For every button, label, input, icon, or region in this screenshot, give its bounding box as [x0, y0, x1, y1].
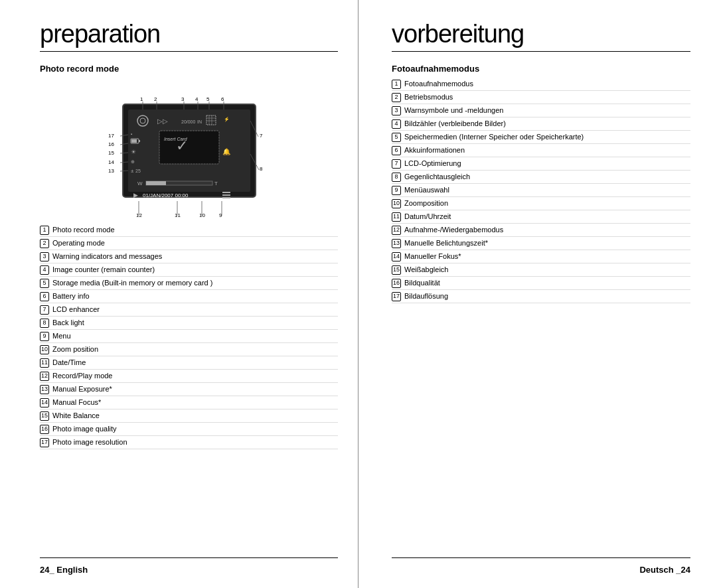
svg-text:2: 2 — [154, 96, 157, 102]
item-number: 14 — [40, 398, 49, 407]
item-text: LCD-Optimierung — [404, 159, 690, 168]
list-item: 10Zoom position — [40, 343, 338, 356]
list-item: 1Fotoaufnahmemodus — [392, 78, 690, 91]
item-number: 9 — [40, 332, 49, 341]
item-number: 17 — [392, 292, 401, 301]
item-number: 12 — [392, 226, 401, 235]
item-number: 11 — [392, 212, 401, 222]
svg-text:1: 1 — [140, 96, 143, 102]
item-number: 6 — [40, 292, 49, 301]
item-number: 2 — [392, 93, 401, 102]
item-text: Bildqualität — [404, 278, 690, 287]
camera-diagram: ▷▷ 20/000 IN ⚡ ✓ — [40, 84, 338, 224]
item-number: 7 — [392, 159, 401, 169]
item-text: Warnsymbole und -meldungen — [404, 106, 690, 115]
right-title: vorbereitung — [392, 20, 690, 52]
list-item: 13Manuelle Belichtungszeit* — [392, 237, 690, 250]
svg-rect-29 — [222, 192, 230, 193]
item-text: Datum/Uhrzeit — [404, 212, 690, 221]
svg-text:☀: ☀ — [131, 149, 136, 155]
svg-rect-13 — [159, 131, 219, 164]
item-text: Operating mode — [52, 238, 338, 248]
list-item: 8Back light — [40, 317, 338, 330]
item-number: 16 — [392, 279, 401, 288]
camera-diagram-svg: ▷▷ 20/000 IN ⚡ ✓ — [83, 84, 295, 224]
item-number: 14 — [392, 252, 401, 261]
svg-text:⊕: ⊕ — [131, 159, 135, 164]
item-number: 1 — [40, 226, 49, 235]
item-text: Manuelle Belichtungszeit* — [404, 238, 690, 248]
item-number: 3 — [40, 252, 49, 261]
right-footer: Deutsch _24 — [392, 557, 690, 575]
svg-text:▷▷: ▷▷ — [157, 117, 168, 125]
item-text: Aufnahme-/Wiedergabemodus — [404, 225, 690, 234]
item-text: Record/Play mode — [52, 371, 338, 380]
svg-text:8: 8 — [260, 166, 263, 172]
item-number: 11 — [40, 358, 49, 368]
svg-text:4: 4 — [195, 96, 199, 102]
item-text: Manual Exposure* — [52, 384, 338, 394]
item-text: Photo record mode — [52, 225, 338, 234]
list-item: 5Speichermedien (Interner Speicher oder … — [392, 131, 690, 144]
item-number: 1 — [392, 80, 401, 89]
item-text: Manual Focus* — [52, 398, 338, 407]
svg-text:25: 25 — [135, 169, 141, 173]
svg-text:IN: IN — [197, 119, 202, 124]
svg-text:10: 10 — [199, 212, 205, 218]
item-number: 12 — [40, 372, 49, 381]
item-text: Bildauflösung — [404, 291, 690, 301]
item-text: Akkuinformationen — [404, 145, 690, 155]
list-item: 15White Balance — [40, 409, 338, 423]
svg-text:W: W — [137, 181, 143, 186]
left-column: preparation Photo record mode ▷▷ — [0, 0, 358, 588]
list-item: 4Bildzähler (verbleibende Bilder) — [392, 117, 690, 131]
svg-text:14: 14 — [108, 159, 114, 165]
item-number: 13 — [392, 239, 401, 248]
svg-text:11: 11 — [175, 212, 181, 218]
left-items-list: 1Photo record mode2Operating mode3Warnin… — [40, 224, 338, 449]
list-item: 9Menüauswahl — [392, 184, 690, 197]
item-number: 10 — [40, 345, 49, 354]
list-item: 16Bildqualität — [392, 277, 690, 290]
insert-card-label: Insert Card — [164, 137, 188, 141]
item-text: Manueller Fokus* — [404, 252, 690, 261]
svg-rect-26 — [146, 181, 166, 185]
item-number: 4 — [40, 265, 49, 275]
list-item: 8Gegenlichtausgleich — [392, 171, 690, 184]
svg-text:▶: ▶ — [133, 192, 138, 198]
item-text: Menüauswahl — [404, 185, 690, 194]
item-text: Warning indicators and messages — [52, 252, 338, 261]
svg-text:▪️: ▪️ — [131, 132, 132, 136]
item-text: Image counter (remain counter) — [52, 265, 338, 274]
list-item: 9Menu — [40, 330, 338, 343]
svg-text:13: 13 — [108, 168, 114, 174]
svg-text:15: 15 — [108, 150, 114, 156]
item-number: 2 — [40, 239, 49, 248]
list-item: 11Date/Time — [40, 356, 338, 370]
list-item: 3Warnsymbole und -meldungen — [392, 104, 690, 117]
item-text: Back light — [52, 318, 338, 327]
list-item: 6Battery info — [40, 290, 338, 303]
list-item: 17Photo image resolution — [40, 436, 338, 449]
item-number: 8 — [40, 319, 49, 328]
svg-rect-31 — [222, 197, 230, 198]
list-item: 4Image counter (remain counter) — [40, 263, 338, 277]
left-subtitle: Photo record mode — [40, 64, 338, 74]
item-text: Fotoaufnahmemodus — [404, 79, 690, 88]
item-text: Storage media (Built-in memory or memory… — [52, 278, 338, 287]
item-number: 4 — [392, 119, 401, 129]
svg-rect-18 — [139, 140, 140, 142]
item-number: 5 — [40, 279, 49, 288]
item-text: Zoom position — [52, 344, 338, 354]
list-item: 16Photo image quality — [40, 423, 338, 436]
item-number: 10 — [392, 199, 401, 208]
svg-rect-19 — [131, 139, 137, 143]
svg-text:T: T — [214, 181, 218, 186]
list-item: 11Datum/Uhrzeit — [392, 210, 690, 224]
list-item: 17Bildauflösung — [392, 290, 690, 303]
item-number: 9 — [392, 186, 401, 195]
right-column: vorbereitung Fotoaufnahmemodus 1Fotoaufn… — [358, 0, 717, 588]
item-text: LCD enhancer — [52, 305, 338, 314]
item-number: 6 — [392, 146, 401, 155]
list-item: 14Manueller Fokus* — [392, 250, 690, 263]
